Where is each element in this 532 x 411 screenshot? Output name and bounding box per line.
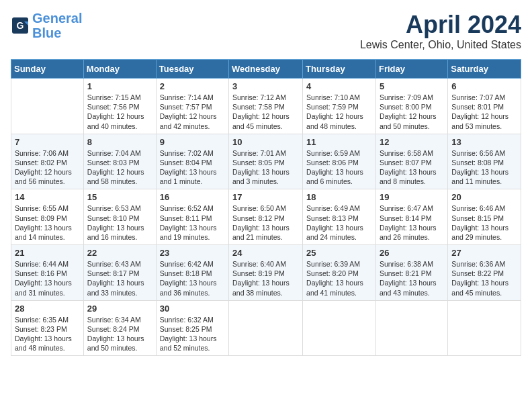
calendar-cell: 4Sunrise: 7:10 AM Sunset: 7:59 PM Daylig…	[303, 79, 376, 134]
calendar-cell: 6Sunrise: 7:07 AM Sunset: 8:01 PM Daylig…	[448, 79, 521, 134]
calendar-cell: 18Sunrise: 6:49 AM Sunset: 8:13 PM Dayli…	[303, 189, 376, 245]
day-content: Sunrise: 6:59 AM Sunset: 8:06 PM Dayligh…	[306, 148, 372, 187]
calendar-cell: 15Sunrise: 6:53 AM Sunset: 8:10 PM Dayli…	[83, 189, 156, 245]
calendar-cell: 5Sunrise: 7:09 AM Sunset: 8:00 PM Daylig…	[375, 79, 447, 134]
day-number: 10	[232, 137, 299, 147]
day-number: 2	[160, 81, 225, 91]
calendar-week-row: 21Sunrise: 6:44 AM Sunset: 8:16 PM Dayli…	[11, 245, 521, 301]
day-number: 18	[306, 192, 372, 202]
weekday-header: Sunday	[11, 60, 84, 79]
svg-text:G: G	[17, 20, 24, 31]
weekday-header: Tuesday	[156, 60, 228, 79]
day-content: Sunrise: 7:09 AM Sunset: 8:00 PM Dayligh…	[380, 93, 444, 131]
day-content: Sunrise: 6:36 AM Sunset: 8:22 PM Dayligh…	[451, 259, 517, 298]
calendar-cell: 19Sunrise: 6:47 AM Sunset: 8:14 PM Dayli…	[375, 189, 447, 245]
day-content: Sunrise: 6:55 AM Sunset: 8:09 PM Dayligh…	[15, 203, 80, 242]
calendar-cell: 16Sunrise: 6:52 AM Sunset: 8:11 PM Dayli…	[156, 189, 228, 245]
calendar-cell: 30Sunrise: 6:32 AM Sunset: 8:25 PM Dayli…	[156, 300, 228, 356]
day-content: Sunrise: 6:38 AM Sunset: 8:21 PM Dayligh…	[380, 259, 444, 298]
calendar-cell: 2Sunrise: 7:14 AM Sunset: 7:57 PM Daylig…	[156, 79, 228, 134]
page-header: G General Blue April 2024 Lewis Center, …	[11, 11, 521, 51]
day-number: 6	[451, 81, 517, 91]
day-number: 1	[87, 81, 152, 91]
calendar-cell	[375, 300, 447, 356]
day-content: Sunrise: 7:06 AM Sunset: 8:02 PM Dayligh…	[15, 148, 80, 187]
calendar-week-row: 7Sunrise: 7:06 AM Sunset: 8:02 PM Daylig…	[11, 134, 521, 189]
day-number: 11	[306, 137, 372, 147]
day-content: Sunrise: 7:02 AM Sunset: 8:04 PM Dayligh…	[160, 148, 225, 187]
day-content: Sunrise: 6:43 AM Sunset: 8:17 PM Dayligh…	[87, 259, 152, 298]
calendar-week-row: 28Sunrise: 6:35 AM Sunset: 8:23 PM Dayli…	[11, 300, 521, 356]
calendar-week-row: 14Sunrise: 6:55 AM Sunset: 8:09 PM Dayli…	[11, 189, 521, 245]
calendar-cell: 1Sunrise: 7:15 AM Sunset: 7:56 PM Daylig…	[83, 79, 156, 134]
calendar-cell: 10Sunrise: 7:01 AM Sunset: 8:05 PM Dayli…	[229, 134, 303, 189]
day-content: Sunrise: 6:44 AM Sunset: 8:16 PM Dayligh…	[15, 259, 80, 298]
location-title: Lewis Center, Ohio, United States	[360, 39, 521, 51]
calendar-cell	[303, 300, 376, 356]
day-number: 16	[160, 192, 225, 202]
calendar-cell: 28Sunrise: 6:35 AM Sunset: 8:23 PM Dayli…	[11, 300, 84, 356]
calendar-cell: 3Sunrise: 7:12 AM Sunset: 7:58 PM Daylig…	[229, 79, 303, 134]
weekday-header: Monday	[83, 60, 156, 79]
day-content: Sunrise: 7:04 AM Sunset: 8:03 PM Dayligh…	[87, 148, 152, 187]
day-number: 30	[160, 304, 225, 314]
logo-icon: G	[11, 16, 30, 35]
day-content: Sunrise: 7:15 AM Sunset: 7:56 PM Dayligh…	[87, 93, 152, 131]
day-content: Sunrise: 6:35 AM Sunset: 8:23 PM Dayligh…	[15, 315, 80, 353]
calendar-cell: 29Sunrise: 6:34 AM Sunset: 8:24 PM Dayli…	[83, 300, 156, 356]
calendar-cell: 22Sunrise: 6:43 AM Sunset: 8:17 PM Dayli…	[83, 245, 156, 301]
day-number: 21	[15, 248, 80, 258]
day-content: Sunrise: 6:52 AM Sunset: 8:11 PM Dayligh…	[160, 203, 225, 242]
day-content: Sunrise: 7:14 AM Sunset: 7:57 PM Dayligh…	[160, 93, 225, 131]
calendar-week-row: 1Sunrise: 7:15 AM Sunset: 7:56 PM Daylig…	[11, 79, 521, 134]
weekday-header: Thursday	[303, 60, 376, 79]
day-content: Sunrise: 6:34 AM Sunset: 8:24 PM Dayligh…	[87, 315, 152, 353]
day-content: Sunrise: 6:56 AM Sunset: 8:08 PM Dayligh…	[451, 148, 517, 187]
day-number: 19	[380, 192, 444, 202]
day-number: 4	[306, 81, 372, 91]
calendar-cell: 23Sunrise: 6:42 AM Sunset: 8:18 PM Dayli…	[156, 245, 228, 301]
calendar-cell	[11, 79, 84, 134]
day-number: 15	[87, 192, 152, 202]
day-number: 5	[380, 81, 444, 91]
day-content: Sunrise: 6:46 AM Sunset: 8:15 PM Dayligh…	[451, 203, 517, 242]
day-number: 3	[232, 81, 299, 91]
title-area: April 2024 Lewis Center, Ohio, United St…	[360, 11, 521, 51]
calendar-cell: 7Sunrise: 7:06 AM Sunset: 8:02 PM Daylig…	[11, 134, 84, 189]
calendar-cell: 8Sunrise: 7:04 AM Sunset: 8:03 PM Daylig…	[83, 134, 156, 189]
day-number: 13	[451, 137, 517, 147]
month-title: April 2024	[360, 11, 521, 39]
weekday-header: Saturday	[448, 60, 521, 79]
day-number: 20	[451, 192, 517, 202]
day-content: Sunrise: 6:50 AM Sunset: 8:12 PM Dayligh…	[232, 203, 299, 242]
calendar-header-row: SundayMondayTuesdayWednesdayThursdayFrid…	[11, 60, 521, 79]
day-content: Sunrise: 6:49 AM Sunset: 8:13 PM Dayligh…	[306, 203, 372, 242]
calendar-cell: 13Sunrise: 6:56 AM Sunset: 8:08 PM Dayli…	[448, 134, 521, 189]
day-number: 29	[87, 304, 152, 314]
day-number: 17	[232, 192, 299, 202]
day-number: 24	[232, 248, 299, 258]
calendar-cell: 11Sunrise: 6:59 AM Sunset: 8:06 PM Dayli…	[303, 134, 376, 189]
calendar-cell: 21Sunrise: 6:44 AM Sunset: 8:16 PM Dayli…	[11, 245, 84, 301]
calendar-table: SundayMondayTuesdayWednesdayThursdayFrid…	[11, 59, 521, 356]
calendar-cell: 12Sunrise: 6:58 AM Sunset: 8:07 PM Dayli…	[375, 134, 447, 189]
day-content: Sunrise: 6:39 AM Sunset: 8:20 PM Dayligh…	[306, 259, 372, 298]
day-number: 12	[380, 137, 444, 147]
day-content: Sunrise: 6:42 AM Sunset: 8:18 PM Dayligh…	[160, 259, 225, 298]
day-content: Sunrise: 7:10 AM Sunset: 7:59 PM Dayligh…	[306, 93, 372, 131]
calendar-cell	[448, 300, 521, 356]
day-number: 9	[160, 137, 225, 147]
logo: G General Blue	[11, 11, 82, 40]
day-number: 14	[15, 192, 80, 202]
weekday-header: Friday	[375, 60, 447, 79]
day-number: 27	[451, 248, 517, 258]
day-number: 25	[306, 248, 372, 258]
day-content: Sunrise: 7:01 AM Sunset: 8:05 PM Dayligh…	[232, 148, 299, 187]
day-number: 26	[380, 248, 444, 258]
logo-text: General Blue	[32, 11, 82, 40]
day-number: 28	[15, 304, 80, 314]
day-content: Sunrise: 6:53 AM Sunset: 8:10 PM Dayligh…	[87, 203, 152, 242]
calendar-cell: 24Sunrise: 6:40 AM Sunset: 8:19 PM Dayli…	[229, 245, 303, 301]
calendar-cell: 14Sunrise: 6:55 AM Sunset: 8:09 PM Dayli…	[11, 189, 84, 245]
calendar-cell: 17Sunrise: 6:50 AM Sunset: 8:12 PM Dayli…	[229, 189, 303, 245]
